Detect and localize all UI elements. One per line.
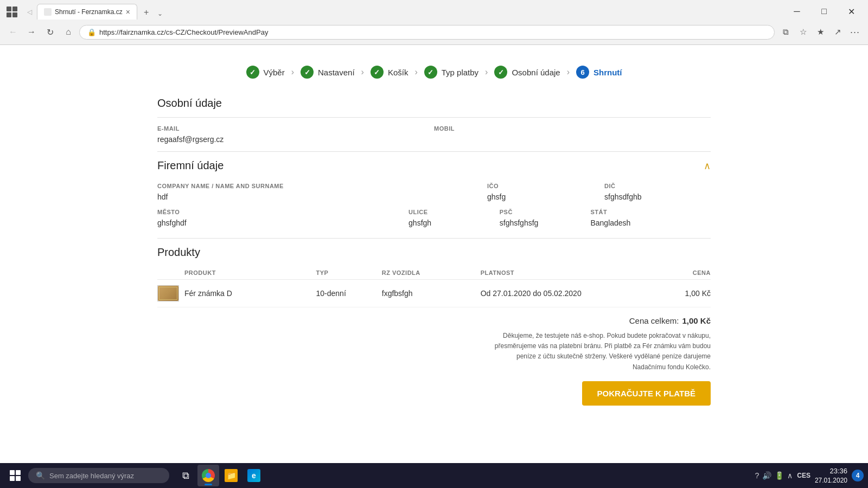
company-name-value: hdf <box>157 192 476 201</box>
address-bar[interactable]: 🔒 https://fairznamka.cz/cs-CZ/Checkout/P… <box>79 25 775 40</box>
ulice-field: ULICE ghsfgh <box>409 209 489 227</box>
collections-icon[interactable]: ★ <box>813 24 828 40</box>
collapse-button[interactable]: ∧ <box>704 160 711 172</box>
company-row-2: MĚSTO ghsfghdf ULICE ghsfgh PSČ sfghsfgh… <box>157 209 711 227</box>
products-table: PRODUKT TYP RZ VOZIDLA PLATNOST CENA Fér… <box>157 266 711 307</box>
psc-field: PSČ sfghsfghsfg <box>500 209 580 227</box>
share-icon[interactable]: ↗ <box>830 24 845 40</box>
psc-label: PSČ <box>500 209 580 215</box>
step-osobni-udaje-icon: ✓ <box>494 66 507 79</box>
tab-grid-icon[interactable] <box>4 4 20 20</box>
speaker-volume-icon[interactable]: 🔊 <box>762 471 771 480</box>
notice-text: Děkujeme, že testujete náš e-shop. Pokud… <box>483 331 711 373</box>
taskbar-search-placeholder: Sem zadejte hledaný výraz <box>49 472 134 480</box>
url-display: https://fairznamka.cz/cs-CZ/Checkout/Pre… <box>99 28 767 36</box>
separator-2: › <box>361 67 364 77</box>
tray-clock-time: 23:36 <box>815 466 847 476</box>
favorites-icon[interactable]: ☆ <box>795 24 810 40</box>
table-header: PRODUKT TYP RZ VOZIDLA PLATNOST CENA <box>157 266 711 280</box>
email-value: regaafsf@rgserg.cz <box>157 135 434 144</box>
col-header-typ: TYP <box>316 269 382 276</box>
system-tray: ? 🔊 🔋 ∧ <box>755 471 793 480</box>
ulice-label: ULICE <box>409 209 489 215</box>
step-kosik-icon: ✓ <box>371 66 384 79</box>
step-shrnuti-label: Shrnutí <box>593 68 622 77</box>
total-label: Cena celkem: <box>629 316 679 325</box>
step-typ-platby: ✓ Typ platby <box>424 66 478 79</box>
separator-4: › <box>485 67 488 77</box>
col-header-platnost: PLATNOST <box>481 269 645 276</box>
mesto-value: ghsfghdf <box>157 219 398 227</box>
separator-3: › <box>414 67 417 77</box>
tab-back-icon: ◁ <box>22 4 37 20</box>
total-row: Cena celkem: 1,00 Kč <box>157 307 711 331</box>
product-rz-cell: fxgfbsfgh <box>382 289 481 298</box>
forward-button[interactable]: → <box>24 24 39 40</box>
start-square-1 <box>10 470 15 475</box>
stat-value: Bangladesh <box>590 219 711 227</box>
step-typ-platby-icon: ✓ <box>424 66 437 79</box>
taskbar-search[interactable]: 🔍 Sem zadejte hledaný výraz <box>28 468 169 483</box>
close-button[interactable]: ✕ <box>839 4 864 19</box>
edge-icon: e <box>247 469 260 482</box>
maximize-button[interactable]: □ <box>812 4 837 19</box>
company-info-title: Firemní údaje <box>157 159 224 172</box>
browser-nav-bar: ← → ↻ ⌂ 🔒 https://fairznamka.cz/cs-CZ/Ch… <box>0 20 868 44</box>
split-screen-icon[interactable]: ⧉ <box>778 24 793 40</box>
ico-value: ghsfg <box>487 192 593 201</box>
ulice-value: ghsfgh <box>409 219 489 227</box>
taskbar-app-chrome[interactable] <box>197 465 219 486</box>
start-button[interactable] <box>4 468 26 483</box>
taskbar-search-icon: 🔍 <box>36 471 45 480</box>
checkout-steps: ✓ Výběr › ✓ Nastavení › ✓ Košík › ✓ Typ … <box>157 50 711 89</box>
personal-info-row: E-MAIL regaafsf@rgserg.cz MOBIL <box>157 117 711 144</box>
step-shrnuti-icon: 6 <box>576 66 589 79</box>
step-kosik-label: Košík <box>388 68 409 77</box>
notification-button[interactable]: 4 <box>852 470 864 481</box>
tray-time[interactable]: 23:36 27.01.2020 <box>815 466 847 485</box>
product-row-1: Fér známka D 10-denní fxgfbsfgh Od 27.01… <box>157 280 711 307</box>
mobil-label: MOBIL <box>434 125 711 132</box>
chrome-icon <box>202 469 215 482</box>
personal-info-section: Osobní údaje E-MAIL regaafsf@rgserg.cz M… <box>157 89 711 144</box>
pay-button-container: POKRAČUJTE K PLATBĚ <box>157 381 711 416</box>
mesto-field: MĚSTO ghsfghdf <box>157 209 398 227</box>
col-img-spacer <box>157 269 184 276</box>
taskbar-app-task-view[interactable]: ⧉ <box>175 465 196 486</box>
dic-label: DIČ <box>604 183 711 189</box>
psc-value: sfghsfghsfg <box>500 219 580 227</box>
network-icon[interactable]: ? <box>755 471 759 480</box>
step-vyber: ✓ Výběr <box>246 66 285 79</box>
taskbar: 🔍 Sem zadejte hledaný výraz ⧉ 📁 e ? 🔊 🔋 … <box>0 463 868 488</box>
tab-close-button[interactable]: × <box>126 8 130 16</box>
separator-5: › <box>567 67 570 77</box>
ico-label: IČO <box>487 183 593 189</box>
ico-field: IČO ghsfg <box>487 183 593 201</box>
back-button[interactable]: ← <box>5 24 21 40</box>
step-nastaveni-icon: ✓ <box>301 66 314 79</box>
tab-chevron-button[interactable]: ⌄ <box>153 8 167 20</box>
minimize-button[interactable]: ─ <box>784 4 809 19</box>
home-button[interactable]: ⌂ <box>61 24 76 40</box>
company-name-label: COMPANY NAME / NAME AND SURNAME <box>157 183 476 189</box>
tray-expand-icon[interactable]: ∧ <box>787 471 793 480</box>
refresh-button[interactable]: ↻ <box>42 24 58 40</box>
taskbar-app-edge[interactable]: e <box>243 465 265 486</box>
active-tab[interactable]: Shrnutí - Ferznamka.cz × <box>37 4 137 20</box>
step-shrnuti: 6 Shrnutí <box>576 66 622 79</box>
company-name-field: COMPANY NAME / NAME AND SURNAME hdf <box>157 183 476 201</box>
taskbar-app-explorer[interactable]: 📁 <box>220 465 242 486</box>
product-name-cell: Fér známka D <box>184 289 316 298</box>
step-vyber-label: Výběr <box>264 68 285 77</box>
start-icon <box>10 470 21 481</box>
stat-label: STÁT <box>590 209 711 215</box>
new-tab-button[interactable]: + <box>139 5 153 20</box>
total-value: 1,00 Kč <box>682 316 711 325</box>
email-col: E-MAIL regaafsf@rgserg.cz <box>157 125 434 144</box>
step-osobni-udaje-label: Osobní údaje <box>512 68 560 77</box>
step-typ-platby-label: Typ platby <box>442 68 478 77</box>
pay-button[interactable]: POKRAČUJTE K PLATBĚ <box>582 381 711 406</box>
notice-box: Děkujeme, že testujete náš e-shop. Pokud… <box>483 331 711 373</box>
mobil-col: MOBIL <box>434 125 711 144</box>
more-options-button[interactable]: ··· <box>847 24 863 40</box>
